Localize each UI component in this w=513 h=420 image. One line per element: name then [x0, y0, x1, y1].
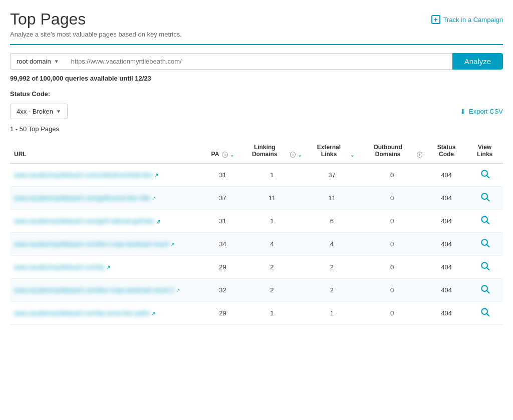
col-header-status-code: Status Code [426, 139, 466, 163]
status-code-cell: 404 [426, 302, 466, 325]
blurred-url[interactable]: www.vacationmyrtlebeach.com/by-some-blur… [14, 310, 150, 317]
status-code-dropdown[interactable]: 4xx - Broken ▼ [10, 104, 68, 119]
blurred-url[interactable]: www.vacationmyrtlebeach.com/blur-crops-l… [14, 241, 169, 248]
view-links-button[interactable] [480, 169, 490, 181]
queries-info: 99,992 of 100,000 queries available unti… [10, 75, 503, 82]
blurred-url[interactable]: www.vacationmyrtlebeach.com/golf-nationa… [14, 218, 155, 225]
external-link-icon[interactable]: ↗ [152, 196, 156, 201]
analyze-button[interactable]: Analyze [452, 53, 503, 70]
external-link-icon[interactable]: ↗ [154, 173, 158, 178]
svg-line-11 [486, 291, 489, 293]
export-csv-button[interactable]: ⬇ Export CSV [460, 108, 503, 116]
blurred-url[interactable]: www.vacationmyrtlebeach.com/blur-crops-l… [14, 287, 174, 294]
page-subtitle: Analyze a site's most valuable pages bas… [10, 31, 182, 38]
col-header-view-links: View Links [466, 139, 503, 163]
url-cell: www.vacationmyrtlebeach.com/golf-nationa… [10, 210, 207, 233]
export-csv-label: Export CSV [469, 108, 503, 115]
blurred-url[interactable]: www.vacationmyrtlebeach.com/golfcourse-b… [14, 195, 150, 202]
status-code-label: Status Code: [10, 90, 503, 98]
domain-type-dropdown[interactable]: root domain ▼ [10, 53, 65, 70]
status-code-value: 4xx - Broken [17, 108, 53, 115]
view-links-cell [466, 210, 503, 233]
outbound-domains-cell: 0 [358, 163, 426, 187]
view-links-cell [466, 233, 503, 256]
svg-line-3 [486, 199, 489, 201]
external-links-cell: 1 [306, 302, 358, 325]
table-row: www.vacationmyrtlebeach.com/golfcourse-b… [10, 187, 503, 210]
top-pages-table: URL PA i ⌄ Linking Domains i ⌄ [10, 139, 503, 325]
blurred-url[interactable]: www.vacationmyrtlebeach.com/by [14, 264, 105, 271]
table-row: www.vacationmyrtlebeach.com/blur-crops-l… [10, 279, 503, 302]
plus-icon: + [431, 15, 440, 24]
linking-domains-cell: 11 [238, 187, 306, 210]
linking-domains-sort-icon[interactable]: ⌄ [298, 152, 302, 158]
view-links-button[interactable] [480, 284, 490, 296]
status-code-cell: 404 [426, 233, 466, 256]
external-link-icon[interactable]: ↗ [156, 219, 160, 224]
view-links-button[interactable] [480, 192, 490, 204]
external-links-cell: 2 [306, 279, 358, 302]
domain-type-value: root domain [17, 58, 51, 65]
pa-info-icon: i [222, 152, 228, 158]
view-links-button[interactable] [480, 307, 490, 319]
outbound-domains-cell: 0 [358, 279, 426, 302]
table-header-row: URL PA i ⌄ Linking Domains i ⌄ [10, 139, 503, 163]
view-links-button[interactable] [480, 261, 490, 273]
svg-line-7 [486, 245, 489, 247]
linking-domains-cell: 1 [238, 163, 306, 187]
outbound-domains-cell: 0 [358, 233, 426, 256]
linking-domains-cell: 1 [238, 302, 306, 325]
dropdown-arrow-icon: ▼ [54, 59, 59, 64]
pa-sort-icon[interactable]: ⌄ [230, 152, 234, 158]
col-header-external-links[interactable]: External Links ⌄ [306, 139, 358, 163]
external-links-cell: 2 [306, 256, 358, 279]
svg-line-13 [486, 314, 489, 316]
outbound-domains-cell: 0 [358, 256, 426, 279]
external-links-sort-icon[interactable]: ⌄ [350, 152, 354, 158]
url-input[interactable] [65, 53, 452, 70]
col-header-pa[interactable]: PA i ⌄ [207, 139, 238, 163]
outbound-domains-info-icon: i [417, 152, 422, 158]
controls-row: 4xx - Broken ▼ ⬇ Export CSV [10, 104, 503, 119]
external-links-cell: 37 [306, 163, 358, 187]
url-cell: www.vacationmyrtlebeach.com/collections/… [10, 163, 207, 187]
url-cell: www.vacationmyrtlebeach.com/blur-crops-l… [10, 279, 207, 302]
linking-domains-info-icon: i [290, 152, 296, 158]
table-row: www.vacationmyrtlebeach.com/blur-crops-l… [10, 233, 503, 256]
search-row: root domain ▼ Analyze [10, 53, 503, 70]
status-code-cell: 404 [426, 256, 466, 279]
track-campaign-label: Track in a Campaign [443, 16, 503, 24]
external-link-icon[interactable]: ↗ [176, 288, 180, 293]
status-code-cell: 404 [426, 210, 466, 233]
external-links-cell: 4 [306, 233, 358, 256]
view-links-button[interactable] [480, 238, 490, 250]
external-link-icon[interactable]: ↗ [170, 242, 174, 247]
url-cell: www.vacationmyrtlebeach.com/by-some-blur… [10, 302, 207, 325]
view-links-button[interactable] [480, 215, 490, 227]
status-dropdown-arrow-icon: ▼ [56, 109, 61, 114]
external-links-cell: 11 [306, 187, 358, 210]
pa-cell: 29 [207, 256, 238, 279]
view-links-cell [466, 302, 503, 325]
track-campaign-button[interactable]: + Track in a Campaign [431, 15, 503, 24]
view-links-cell [466, 256, 503, 279]
external-link-icon[interactable]: ↗ [106, 265, 110, 270]
pa-cell: 29 [207, 302, 238, 325]
url-cell: www.vacationmyrtlebeach.com/by↗ [10, 256, 207, 279]
external-link-icon[interactable]: ↗ [151, 311, 155, 316]
col-header-url: URL [10, 139, 207, 163]
linking-domains-cell: 4 [238, 233, 306, 256]
download-icon: ⬇ [460, 108, 466, 116]
table-row: www.vacationmyrtlebeach.com/golf-nationa… [10, 210, 503, 233]
view-links-cell [466, 279, 503, 302]
outbound-domains-cell: 0 [358, 302, 426, 325]
url-cell: www.vacationmyrtlebeach.com/blur-crops-l… [10, 233, 207, 256]
view-links-cell [466, 163, 503, 187]
blurred-url[interactable]: www.vacationmyrtlebeach.com/collections/… [14, 172, 153, 179]
col-header-outbound-domains: Outbound Domains i [358, 139, 426, 163]
linking-domains-cell: 2 [238, 279, 306, 302]
status-section: Status Code: [10, 90, 503, 98]
col-header-linking-domains[interactable]: Linking Domains i ⌄ [238, 139, 306, 163]
pa-cell: 34 [207, 233, 238, 256]
view-links-cell [466, 187, 503, 210]
